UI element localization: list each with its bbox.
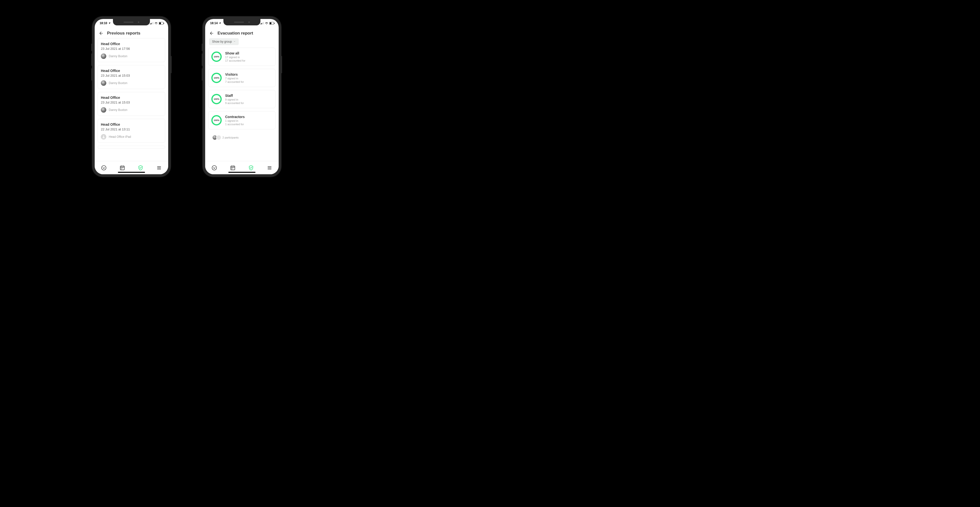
tab-activity[interactable]: [99, 163, 109, 173]
report-author: Danny Buxton: [109, 54, 127, 58]
svg-rect-20: [261, 23, 262, 24]
group-title: Staff: [225, 94, 244, 98]
page-header: Previous reports: [95, 27, 168, 38]
wifi-icon: [154, 22, 158, 24]
reports-list[interactable]: Head Office 23 Jul 2021 at 17:56 Danny B…: [95, 38, 168, 161]
percent-ring: 100%: [212, 51, 222, 62]
svg-rect-25: [274, 22, 274, 24]
report-card[interactable]: Head Office 22 Jul 2021 at 13:11 Head Of…: [98, 119, 165, 143]
phone-previous-reports: 18:10 Previous reports: [92, 16, 171, 177]
group-accounted: 7 accounted for: [225, 80, 244, 83]
svg-point-26: [212, 165, 216, 170]
group-accounted: 9 accounted for: [225, 102, 244, 105]
report-card[interactable]: Head Office 23 Jul 2021 at 15:03 Danny B…: [98, 65, 165, 89]
participants-label: 2 participants: [223, 136, 239, 139]
notch: [223, 19, 261, 25]
group-show-all[interactable]: 100% Show all 17 signed in 17 accounted …: [208, 48, 276, 66]
home-indicator[interactable]: [228, 172, 256, 173]
back-button[interactable]: [99, 31, 103, 36]
report-location: Head Office: [101, 69, 162, 73]
tab-activity[interactable]: [209, 163, 219, 173]
report-card[interactable]: Head Office 23 Jul 2021 at 17:56 Danny B…: [98, 38, 165, 62]
group-signed-in: 17 signed in: [225, 56, 245, 59]
report-author: Danny Buxton: [109, 81, 127, 85]
percent-ring: 100%: [212, 94, 222, 104]
report-datetime: 23 Jul 2021 at 15:03: [101, 74, 162, 77]
phone-evacuation-report: 18:14 Evacuation report: [203, 16, 281, 177]
wifi-icon: [265, 22, 268, 24]
group-signed-in: 9 signed in: [225, 98, 244, 101]
report-location: Head Office: [101, 122, 162, 126]
svg-rect-13: [121, 168, 122, 168]
tab-safety[interactable]: [136, 163, 145, 173]
group-staff[interactable]: 100% Staff 9 signed in 9 accounted for: [208, 90, 276, 108]
screen: 18:14 Evacuation report: [205, 19, 278, 174]
svg-rect-21: [262, 22, 263, 24]
back-button[interactable]: [209, 31, 214, 36]
svg-rect-2: [152, 22, 153, 24]
status-time: 18:10: [100, 21, 107, 25]
svg-rect-5: [159, 22, 161, 24]
svg-rect-33: [231, 168, 232, 169]
notch: [113, 19, 150, 25]
report-card[interactable]: [98, 146, 165, 149]
tab-calendar[interactable]: [228, 163, 238, 173]
svg-rect-24: [270, 22, 272, 24]
power-button: [171, 56, 172, 73]
report-datetime: 22 Jul 2021 at 13:11: [101, 127, 162, 131]
tab-menu[interactable]: [154, 163, 164, 173]
svg-rect-0: [150, 24, 150, 24]
avatar: [101, 54, 106, 59]
report-location: Head Office: [101, 95, 162, 100]
battery-icon: [159, 22, 164, 25]
avatar: [101, 80, 106, 86]
tab-menu[interactable]: [265, 163, 274, 173]
group-visitors[interactable]: 100% Visitors 7 signed in 7 accounted fo…: [208, 69, 276, 87]
group-signed-in: 1 signed in: [225, 119, 245, 122]
participants-row[interactable]: 2 participants: [208, 132, 276, 140]
filter-label: Show by group: [212, 40, 232, 43]
power-button: [281, 56, 282, 73]
page-title: Evacuation report: [218, 31, 253, 36]
avatar: [101, 134, 106, 140]
group-title: Visitors: [225, 73, 244, 76]
report-author: Danny Buxton: [109, 108, 127, 112]
svg-rect-3: [153, 22, 153, 24]
signal-icon: [150, 22, 153, 24]
group-title: Show all: [225, 51, 245, 55]
svg-point-7: [103, 135, 104, 137]
battery-icon: [269, 22, 275, 25]
group-accounted: 1 accounted for: [225, 123, 245, 126]
home-indicator[interactable]: [118, 172, 145, 173]
location-icon: [219, 22, 221, 24]
screen: 18:10 Previous reports: [95, 19, 168, 174]
svg-rect-6: [164, 22, 164, 24]
participant-avatars: [212, 135, 220, 140]
svg-rect-19: [261, 24, 261, 24]
svg-rect-31: [231, 168, 232, 168]
report-card[interactable]: Head Office 23 Jul 2021 at 15:03 Danny B…: [98, 92, 165, 116]
percent-ring: 100%: [212, 115, 222, 126]
page-header: Evacuation report: [205, 27, 278, 38]
group-accounted: 17 accounted for: [225, 59, 245, 62]
svg-point-8: [102, 165, 106, 170]
report-author: Head Office iPad: [109, 135, 131, 138]
status-time: 18:14: [210, 21, 218, 25]
tab-calendar[interactable]: [118, 163, 127, 173]
avatar: [101, 107, 106, 113]
report-datetime: 23 Jul 2021 at 17:56: [101, 47, 162, 51]
groups-list[interactable]: 100% Show all 17 signed in 17 accounted …: [205, 48, 278, 161]
percent-ring: 100%: [212, 73, 222, 83]
filter-dropdown[interactable]: Show by group: [209, 38, 239, 45]
page-title: Previous reports: [107, 31, 140, 36]
svg-rect-32: [232, 168, 233, 168]
tab-safety[interactable]: [246, 163, 256, 173]
svg-rect-14: [122, 168, 123, 168]
avatar: [216, 135, 221, 140]
svg-rect-22: [263, 22, 264, 24]
report-location: Head Office: [101, 42, 162, 46]
group-contractors[interactable]: 100% Contractors 1 signed in 1 accounted…: [208, 111, 276, 129]
svg-rect-1: [151, 23, 151, 24]
chevron-down-icon: [233, 40, 236, 43]
svg-rect-15: [121, 168, 122, 169]
